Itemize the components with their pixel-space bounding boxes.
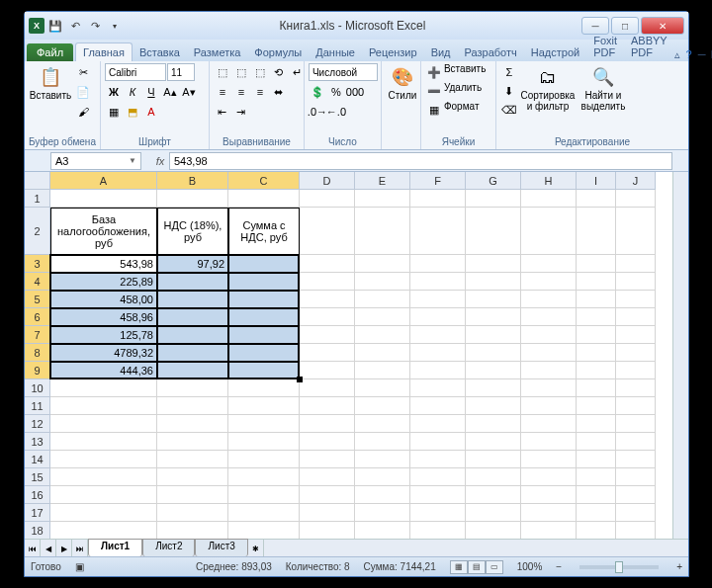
cell-F9[interactable] bbox=[410, 362, 466, 379]
data-cell-A5[interactable]: 458,00 bbox=[50, 291, 157, 308]
cell-J5[interactable] bbox=[616, 291, 656, 308]
data-cell-C4[interactable] bbox=[228, 273, 300, 291]
row-header-1[interactable]: 1 bbox=[25, 190, 50, 208]
cell-F11[interactable] bbox=[410, 397, 466, 415]
cell-A1[interactable] bbox=[50, 190, 157, 208]
tab-insert[interactable]: Вставка bbox=[133, 43, 187, 61]
copy-icon[interactable]: 📄 bbox=[74, 83, 92, 101]
tab-view[interactable]: Вид bbox=[424, 43, 458, 61]
align-center-icon[interactable]: ≡ bbox=[232, 83, 250, 101]
save-icon[interactable]: 💾 bbox=[46, 17, 64, 35]
col-header-B[interactable]: B bbox=[157, 172, 228, 190]
cell-D2[interactable] bbox=[300, 208, 355, 255]
cell-H18[interactable] bbox=[521, 522, 577, 539]
namebox-dropdown-icon[interactable]: ▼ bbox=[129, 156, 136, 165]
cell-A16[interactable] bbox=[50, 486, 157, 504]
underline-button[interactable]: Ч bbox=[142, 83, 160, 101]
cell-G7[interactable] bbox=[466, 326, 521, 344]
tab-addins[interactable]: Надстрой bbox=[524, 43, 586, 61]
cell-I3[interactable] bbox=[577, 255, 616, 273]
cell-G12[interactable] bbox=[466, 415, 521, 433]
cell-I8[interactable] bbox=[577, 344, 616, 362]
sheet-tab-1[interactable]: Лист1 bbox=[88, 539, 142, 556]
cell-H13[interactable] bbox=[521, 433, 577, 451]
grow-font-icon[interactable]: A▴ bbox=[161, 83, 179, 101]
col-header-J[interactable]: J bbox=[616, 172, 656, 190]
align-right-icon[interactable]: ≡ bbox=[251, 83, 269, 101]
cell-B18[interactable] bbox=[157, 522, 228, 539]
cell-C17[interactable] bbox=[228, 504, 300, 522]
cell-G3[interactable] bbox=[466, 255, 521, 273]
row-header-16[interactable]: 16 bbox=[25, 486, 50, 504]
fx-icon[interactable]: fx bbox=[151, 155, 169, 167]
cell-E4[interactable] bbox=[355, 273, 410, 291]
cell-D12[interactable] bbox=[300, 415, 355, 433]
col-header-G[interactable]: G bbox=[466, 172, 521, 190]
cell-B17[interactable] bbox=[157, 504, 228, 522]
cell-E9[interactable] bbox=[355, 362, 410, 379]
insert-cells-button[interactable]: ➕Вставить bbox=[425, 63, 486, 81]
tab-data[interactable]: Данные bbox=[309, 43, 362, 61]
cell-D1[interactable] bbox=[300, 190, 355, 208]
tab-abbyy[interactable]: ABBYY PDF bbox=[624, 32, 674, 61]
cell-J1[interactable] bbox=[616, 190, 656, 208]
row-header-11[interactable]: 11 bbox=[25, 397, 50, 415]
cell-D6[interactable] bbox=[300, 308, 355, 326]
cell-B12[interactable] bbox=[157, 415, 228, 433]
cell-C13[interactable] bbox=[228, 433, 300, 451]
qat-dropdown-icon[interactable]: ▾ bbox=[106, 17, 124, 35]
borders-icon[interactable]: ▦ bbox=[105, 103, 123, 121]
row-header-9[interactable]: 9 bbox=[25, 362, 50, 379]
row-header-7[interactable]: 7 bbox=[25, 326, 50, 344]
page-break-icon[interactable]: ▭ bbox=[486, 560, 503, 574]
cell-J10[interactable] bbox=[616, 379, 656, 397]
cell-A14[interactable] bbox=[50, 451, 157, 468]
increase-decimal-icon[interactable]: .0→ bbox=[309, 103, 326, 121]
percent-icon[interactable]: % bbox=[327, 83, 345, 101]
cell-C14[interactable] bbox=[228, 451, 300, 468]
data-cell-A9[interactable]: 444,36 bbox=[50, 362, 157, 379]
cell-F7[interactable] bbox=[410, 326, 466, 344]
row-header-17[interactable]: 17 bbox=[25, 504, 50, 522]
cell-G1[interactable] bbox=[466, 190, 521, 208]
cell-J16[interactable] bbox=[616, 486, 656, 504]
cell-G8[interactable] bbox=[466, 344, 521, 362]
cell-I9[interactable] bbox=[577, 362, 616, 379]
fill-color-icon[interactable]: ⬒ bbox=[124, 103, 141, 121]
styles-button[interactable]: 🎨 Стили bbox=[386, 63, 419, 103]
cell-G5[interactable] bbox=[466, 291, 521, 308]
zoom-slider[interactable] bbox=[579, 565, 659, 569]
cell-G14[interactable] bbox=[466, 451, 521, 468]
cell-G9[interactable] bbox=[466, 362, 521, 379]
cell-I10[interactable] bbox=[577, 379, 616, 397]
align-top-icon[interactable]: ⬚ bbox=[214, 63, 231, 81]
last-sheet-icon[interactable]: ⏭ bbox=[72, 540, 88, 557]
data-cell-A4[interactable]: 225,89 bbox=[50, 273, 157, 291]
data-cell-B4[interactable] bbox=[157, 273, 228, 291]
first-sheet-icon[interactable]: ⏮ bbox=[25, 540, 41, 557]
cell-H12[interactable] bbox=[521, 415, 577, 433]
cell-D9[interactable] bbox=[300, 362, 355, 379]
col-header-I[interactable]: I bbox=[577, 172, 616, 190]
cell-J9[interactable] bbox=[616, 362, 656, 379]
comma-icon[interactable]: 000 bbox=[346, 83, 364, 101]
cell-J4[interactable] bbox=[616, 273, 656, 291]
fill-handle[interactable] bbox=[297, 377, 303, 382]
cell-D17[interactable] bbox=[300, 504, 355, 522]
cell-F4[interactable] bbox=[410, 273, 466, 291]
cell-B16[interactable] bbox=[157, 486, 228, 504]
cell-G4[interactable] bbox=[466, 273, 521, 291]
cell-I13[interactable] bbox=[577, 433, 616, 451]
data-cell-C6[interactable] bbox=[228, 308, 300, 326]
cell-H3[interactable] bbox=[521, 255, 577, 273]
cell-J14[interactable] bbox=[616, 451, 656, 468]
cell-B10[interactable] bbox=[157, 379, 228, 397]
cut-icon[interactable]: ✂ bbox=[74, 63, 92, 81]
cell-E17[interactable] bbox=[355, 504, 410, 522]
cell-E3[interactable] bbox=[355, 255, 410, 273]
row-header-13[interactable]: 13 bbox=[25, 433, 50, 451]
cell-A13[interactable] bbox=[50, 433, 157, 451]
cell-A15[interactable] bbox=[50, 468, 157, 486]
align-bottom-icon[interactable]: ⬚ bbox=[251, 63, 269, 81]
cell-G2[interactable] bbox=[466, 208, 521, 255]
